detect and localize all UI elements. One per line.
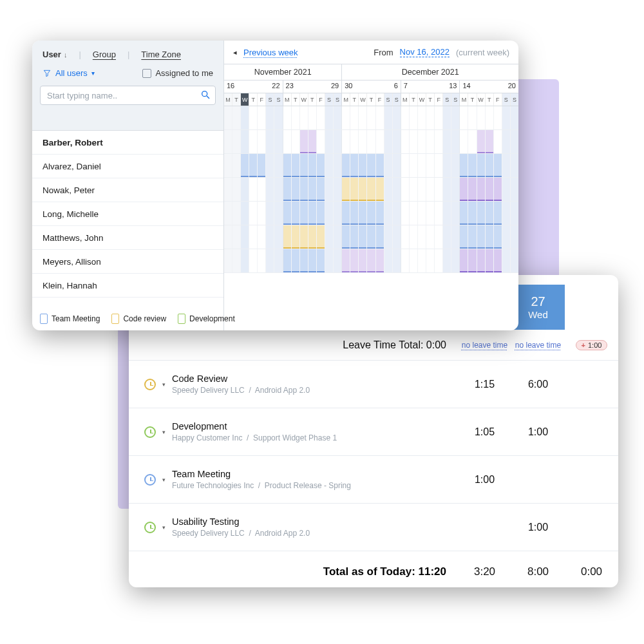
grid-cell[interactable] [443,106,451,129]
task-bar[interactable] [308,154,316,177]
grid-cell[interactable] [274,178,282,201]
grid-cell[interactable] [283,106,292,129]
grid-cell[interactable] [224,225,232,249]
grid-cell[interactable] [477,178,486,201]
grid-cell[interactable] [460,178,468,201]
grid-cell[interactable] [224,106,232,129]
from-date-picker[interactable]: Nov 16, 2022 [400,47,450,57]
grid-cell[interactable] [468,202,477,225]
grid-cell[interactable] [468,130,477,153]
grid-cell[interactable] [334,106,341,129]
task-bar[interactable] [376,154,384,177]
tab-timezone[interactable]: Time Zone [141,50,181,59]
grid-cell[interactable] [350,178,359,201]
grid-cell[interactable] [300,249,308,272]
grid-cell[interactable] [224,202,232,225]
grid-cell[interactable] [384,202,393,225]
grid-cell[interactable] [325,202,334,225]
task-bar[interactable] [486,202,493,225]
grid-cell[interactable] [334,130,341,153]
grid-cell[interactable] [367,249,375,272]
grid-cell[interactable] [443,130,451,153]
task-bar[interactable] [283,178,291,201]
task-bar[interactable] [292,154,299,177]
task-bar[interactable] [468,225,476,249]
grid-cell[interactable] [494,249,502,272]
task-info[interactable]: ▾Team MeetingFuture Technologies Inc / P… [129,469,458,490]
grid-cell[interactable] [410,106,418,129]
task-bar[interactable] [494,154,502,177]
task-bar[interactable] [477,178,485,201]
grid-cell[interactable] [376,130,384,153]
grid-cell[interactable] [486,249,494,272]
grid-cell[interactable] [511,130,518,153]
grid-cell[interactable] [249,106,258,129]
grid-cell[interactable] [418,249,426,272]
caret-down-icon[interactable]: ▾ [162,524,166,531]
grid-cell[interactable] [359,202,367,225]
grid-cell[interactable] [460,130,468,153]
grid-cell[interactable] [308,225,317,249]
grid-cell[interactable] [350,154,359,177]
grid-cell[interactable] [435,202,443,225]
user-row[interactable]: Nowak, Peter [32,178,223,202]
grid-cell[interactable] [426,225,435,249]
grid-cell[interactable] [224,154,232,177]
task-bar[interactable] [350,225,358,249]
user-row[interactable]: Matthews, John [32,226,223,250]
grid-cell[interactable] [393,106,401,129]
grid-cell[interactable] [401,178,410,201]
task-bar[interactable] [477,202,485,225]
grid-cell[interactable] [451,106,459,129]
grid-cell[interactable] [426,202,435,225]
task-bar[interactable] [494,178,502,201]
leave-badge[interactable]: +1:00 [576,340,608,350]
grid-cell[interactable] [249,225,258,249]
task-bar[interactable] [241,154,249,177]
grid-cell[interactable] [451,249,459,272]
grid-cell[interactable] [224,178,232,201]
grid-cell[interactable] [384,154,393,177]
time-cell[interactable]: 1:00 [511,426,565,438]
grid-cell[interactable] [342,202,350,225]
grid-cell[interactable] [477,225,486,249]
task-bar[interactable] [367,154,375,177]
task-bar[interactable] [494,249,502,272]
grid-cell[interactable] [401,106,410,129]
grid-cell[interactable] [451,225,459,249]
grid-cell[interactable] [308,154,317,177]
task-bar[interactable] [376,225,384,249]
grid-cell[interactable] [334,249,341,272]
grid-cell[interactable] [334,154,341,177]
no-leave-link[interactable]: no leave time [515,341,561,350]
task-bar[interactable] [300,225,308,249]
grid-cell[interactable] [266,202,274,225]
task-bar[interactable] [308,178,316,201]
task-bar[interactable] [317,178,325,201]
grid-cell[interactable] [232,178,241,201]
tab-user[interactable]: User ↓ [43,50,67,59]
grid-cell[interactable] [511,106,518,129]
grid-cell[interactable] [376,178,384,201]
task-bar[interactable] [300,178,308,201]
grid-cell[interactable] [502,154,511,177]
grid-cell[interactable] [401,225,410,249]
search-icon[interactable] [200,90,211,100]
grid-cell[interactable] [359,130,367,153]
grid-cell[interactable] [292,130,300,153]
grid-cell[interactable] [241,130,249,153]
task-bar[interactable] [359,154,366,177]
task-bar[interactable] [283,249,291,272]
grid-cell[interactable] [317,106,325,129]
grid-cell[interactable] [502,178,511,201]
grid-cell[interactable] [494,130,502,153]
task-bar[interactable] [317,225,325,249]
task-bar[interactable] [350,178,358,201]
task-bar[interactable] [477,130,485,153]
grid-cell[interactable] [486,225,494,249]
task-bar[interactable] [494,225,502,249]
grid-cell[interactable] [359,106,367,129]
task-bar[interactable] [460,225,468,249]
grid-cell[interactable] [468,178,477,201]
task-bar[interactable] [350,154,358,177]
